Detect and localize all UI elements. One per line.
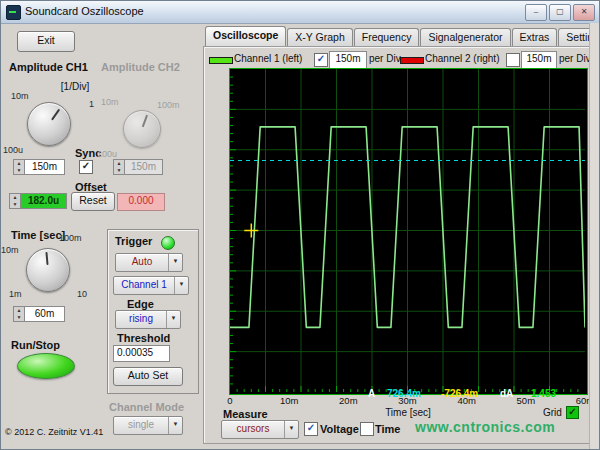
spinner-arrows-icon[interactable]: ▲▼ xyxy=(113,159,125,175)
spinner-arrows-icon[interactable]: ▲▼ xyxy=(13,159,25,175)
amplitude-ch2-knob[interactable] xyxy=(123,110,161,148)
tab-oscilloscope[interactable]: Oscilloscope xyxy=(205,26,286,46)
trigger-title: Trigger xyxy=(115,235,152,247)
x-tick-50m: 50m xyxy=(517,395,535,406)
threshold-label: Threshold xyxy=(117,332,170,344)
ch1-scale-100u: 100u xyxy=(3,145,23,155)
x-tick-20m: 20m xyxy=(339,395,357,406)
time-checkbox[interactable]: ✓ xyxy=(360,422,374,436)
ch1-enable-checkbox[interactable]: ✓ xyxy=(314,53,328,67)
amplitude-ch2-value[interactable]: ▲▼ 150m xyxy=(113,159,163,175)
x-axis-label: Time [sec] xyxy=(230,407,586,418)
measure-mode-dropdown[interactable]: cursors ▼ xyxy=(221,420,299,439)
left-control-panel: Exit Amplitude CH1 Amplitude CH2 [1/Div]… xyxy=(1,23,203,450)
run-stop-button[interactable] xyxy=(17,353,75,379)
dropdown-arrow-icon[interactable]: ▼ xyxy=(166,311,180,328)
ch2-scale-10m: 10m xyxy=(101,97,119,107)
channel-mode-label: Channel Mode xyxy=(109,401,184,413)
ch1-scale-10m: 10m xyxy=(11,91,29,101)
close-button[interactable]: ✕ xyxy=(573,4,595,21)
spinner-arrows-icon[interactable]: ▲▼ xyxy=(13,306,25,322)
ch1-color-swatch xyxy=(209,57,233,64)
app-icon xyxy=(6,5,21,20)
tab-bar: OscilloscopeX-Y GraphFrequencySignalgene… xyxy=(205,27,589,46)
trigger-source-dropdown[interactable]: Channel 1 ▼ xyxy=(113,276,189,295)
minimize-button[interactable]: – xyxy=(525,4,547,21)
time-scale-1m: 1m xyxy=(9,289,22,299)
x-tick-10m: 10m xyxy=(280,395,298,406)
x-tick-60m: 60m xyxy=(576,395,589,406)
threshold-input[interactable]: 0.00035 xyxy=(113,345,170,362)
x-tick-0: 0 xyxy=(227,395,232,406)
amplitude-ch2-title: Amplitude CH2 xyxy=(101,61,180,73)
trigger-mode-dropdown[interactable]: Auto ▼ xyxy=(115,253,183,272)
x-tick-40m: 40m xyxy=(457,395,475,406)
knob-needle xyxy=(51,109,60,121)
ch2-scale-100u: 100u xyxy=(97,149,117,159)
titlebar[interactable]: Soundcard Oszilloscope – ▢ ✕ xyxy=(1,1,599,24)
grid-checkbox[interactable]: ✓ xyxy=(566,406,579,419)
sync-checkbox[interactable]: ✓ xyxy=(79,160,93,174)
dropdown-arrow-icon[interactable]: ▼ xyxy=(174,277,188,294)
window-title: Soundcard Oszilloscope xyxy=(25,5,144,17)
maximize-button[interactable]: ▢ xyxy=(549,4,571,21)
amplitude-ch1-knob[interactable] xyxy=(27,102,71,146)
copyright-text: © 2012 C. Zeitnitz V1.41 xyxy=(5,427,103,437)
ch2-enable-checkbox[interactable]: ✓ xyxy=(506,53,520,67)
window-border-strip xyxy=(589,23,600,450)
knob-needle xyxy=(45,252,48,265)
tab-settings[interactable]: Settings xyxy=(558,28,589,46)
ch1-scale-1: 1 xyxy=(89,99,94,109)
ch2-color-swatch xyxy=(400,57,424,64)
x-axis-ticks: 010m20m30m40m50m60m xyxy=(230,395,586,407)
auto-set-button[interactable]: Auto Set xyxy=(113,367,183,386)
trigger-led xyxy=(161,236,175,250)
amplitude-ch1-value[interactable]: ▲▼ 150m xyxy=(13,159,65,175)
knob-needle xyxy=(142,115,148,128)
x-tick-30m: 30m xyxy=(398,395,416,406)
ch2-scale-100m: 100m xyxy=(157,100,180,110)
time-value[interactable]: ▲▼ 60m xyxy=(13,306,65,322)
offset-ch1-value[interactable]: ▲▼ 182.0u xyxy=(9,193,67,209)
ch1-per-div-label: per Div xyxy=(369,53,401,64)
dropdown-arrow-icon[interactable]: ▼ xyxy=(168,254,182,271)
voltage-checkbox[interactable]: ✓ xyxy=(304,422,318,436)
time-scale-10: 10 xyxy=(77,289,87,299)
voltage-label: Voltage xyxy=(320,423,359,435)
crosshair-cursor[interactable] xyxy=(244,224,258,238)
scope-canvas[interactable] xyxy=(230,69,585,392)
time-knob[interactable] xyxy=(26,248,70,292)
tab-extras[interactable]: Extras xyxy=(512,28,558,46)
per-div-unit-label: [1/Div] xyxy=(51,81,99,92)
tab-area: OscilloscopeX-Y GraphFrequencySignalgene… xyxy=(203,23,589,450)
trigger-edge-dropdown[interactable]: rising ▼ xyxy=(115,310,181,329)
ch2-scale-box[interactable]: 150m xyxy=(521,51,557,69)
ch2-per-div-label: per Div xyxy=(559,53,589,64)
run-stop-label: Run/Stop xyxy=(11,339,60,351)
scope-grid xyxy=(230,69,585,392)
time-checkbox-label: Time xyxy=(375,423,400,435)
tab-frequency[interactable]: Frequency xyxy=(354,28,420,46)
measure-label: Measure xyxy=(223,408,268,420)
ch2-legend-label: Channel 2 (right) xyxy=(425,53,499,64)
dropdown-arrow-icon[interactable]: ▼ xyxy=(284,421,298,438)
exit-button[interactable]: Exit xyxy=(17,31,75,52)
ch1-scale-box[interactable]: 150m xyxy=(329,51,367,69)
spinner-arrows-icon[interactable]: ▲▼ xyxy=(9,193,21,209)
tab-signalgenerator[interactable]: Signalgenerator xyxy=(420,28,510,46)
edge-label: Edge xyxy=(127,298,154,310)
grid-label: Grid xyxy=(543,407,562,418)
amplitude-ch1-title: Amplitude CH1 xyxy=(9,61,88,73)
ch1-legend-label: Channel 1 (left) xyxy=(234,53,302,64)
channel-mode-dropdown[interactable]: single ▼ xyxy=(113,416,183,435)
scope-display[interactable]: A 726.4m -726.4m dA 1.453 xyxy=(229,68,588,395)
time-title: Time [sec] xyxy=(11,229,65,241)
offset-ch2-value: 0.000 xyxy=(117,193,165,211)
time-scale-10m: 10m xyxy=(1,245,19,255)
time-scale-100m: 100m xyxy=(59,233,82,243)
offset-reset-button[interactable]: Reset xyxy=(71,192,115,211)
app-window: Soundcard Oszilloscope – ▢ ✕ Exit Amplit… xyxy=(0,0,600,450)
tab-x-y-graph[interactable]: X-Y Graph xyxy=(287,28,352,46)
dropdown-arrow-icon[interactable]: ▼ xyxy=(168,417,182,434)
watermark-text: www.cntronics.com xyxy=(415,419,555,435)
